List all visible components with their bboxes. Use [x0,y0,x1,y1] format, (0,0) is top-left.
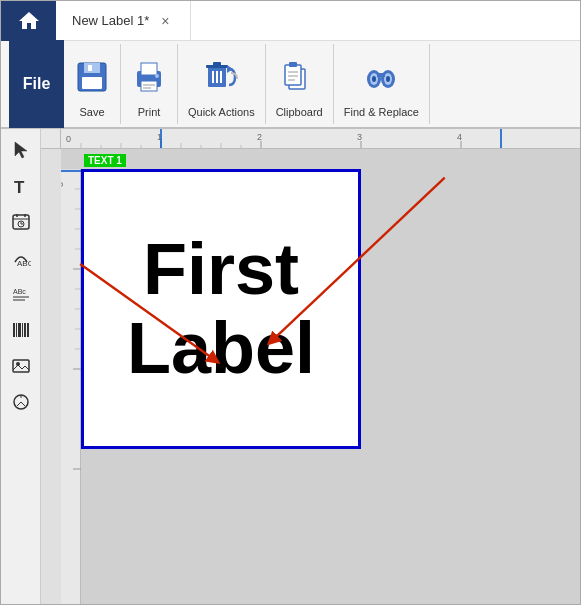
select-tool[interactable] [4,133,38,167]
svg-rect-20 [289,62,297,67]
date-tool[interactable] [4,205,38,239]
clipboard-group[interactable]: Clipboard [266,44,334,124]
svg-point-9 [155,74,159,78]
canvas-inner[interactable]: 0 TEXT 1 [61,149,580,605]
svg-rect-28 [377,73,385,77]
svg-text:ABC: ABC [17,259,31,268]
find-replace-icon-area [363,50,399,104]
label-text: First Label [127,230,315,388]
svg-rect-2 [82,77,102,89]
label-line2: Label [127,308,315,388]
svg-text:0: 0 [61,182,65,187]
quick-actions-label: Quick Actions [188,106,255,118]
print-label: Print [138,106,161,118]
barcode-tool[interactable] [4,313,38,347]
address-tool[interactable]: ABc [4,277,38,311]
label-canvas[interactable]: TEXT 1 First Label [81,169,361,449]
workspace: T ABC ABc [1,129,580,605]
svg-rect-3 [88,65,92,71]
svg-point-29 [372,76,376,82]
svg-rect-7 [143,84,155,86]
print-icon-area [131,50,167,104]
find-replace-group[interactable]: Find & Replace [334,44,430,124]
svg-rect-5 [141,63,157,75]
find-replace-label: Find & Replace [344,106,419,118]
svg-rect-12 [213,62,221,66]
svg-rect-46 [18,323,21,337]
svg-rect-50 [13,360,29,372]
svg-rect-23 [288,79,295,81]
svg-rect-21 [288,71,298,73]
label-line1: First [143,229,299,309]
print-group[interactable]: Print [121,44,178,124]
document-tab[interactable]: New Label 1* × [56,1,191,41]
ruler-horizontal: 0 1 2 3 4 [41,129,580,149]
clipboard-label: Clipboard [276,106,323,118]
file-button[interactable]: File [9,40,64,128]
svg-text:0: 0 [66,134,71,144]
quick-actions-icon-area [203,50,239,104]
arc-text-tool[interactable]: ABC [4,241,38,275]
svg-rect-48 [24,323,26,337]
shape-tool[interactable] [4,385,38,419]
tab-close-button[interactable]: × [157,11,173,31]
svg-rect-44 [13,323,15,337]
tab-label: New Label 1* [72,13,149,28]
image-tool[interactable] [4,349,38,383]
svg-marker-16 [227,65,233,73]
svg-text:3: 3 [357,132,362,142]
ruler-vertical: 0 [61,169,81,605]
home-button[interactable] [1,1,56,41]
ruler-corner [41,129,61,149]
save-icon-area [74,50,110,104]
svg-text:4: 4 [457,132,462,142]
svg-rect-22 [288,75,298,77]
svg-text:ABc: ABc [13,288,26,295]
svg-rect-49 [27,323,29,337]
svg-rect-47 [22,323,23,337]
svg-point-30 [386,76,390,82]
left-toolbar: T ABC ABc [1,129,41,605]
canvas-area: 0 1 2 3 4 [41,129,580,605]
svg-text:2: 2 [257,132,262,142]
save-label: Save [79,106,104,118]
svg-marker-31 [15,142,27,158]
svg-rect-45 [16,323,17,337]
quick-actions-group[interactable]: Quick Actions [178,44,266,124]
svg-text:T: T [14,178,25,196]
text-tag: TEXT 1 [84,154,126,167]
save-group[interactable]: Save [64,44,121,124]
text-tool[interactable]: T [4,169,38,203]
clipboard-icon-area [281,50,317,104]
svg-rect-8 [143,87,151,89]
